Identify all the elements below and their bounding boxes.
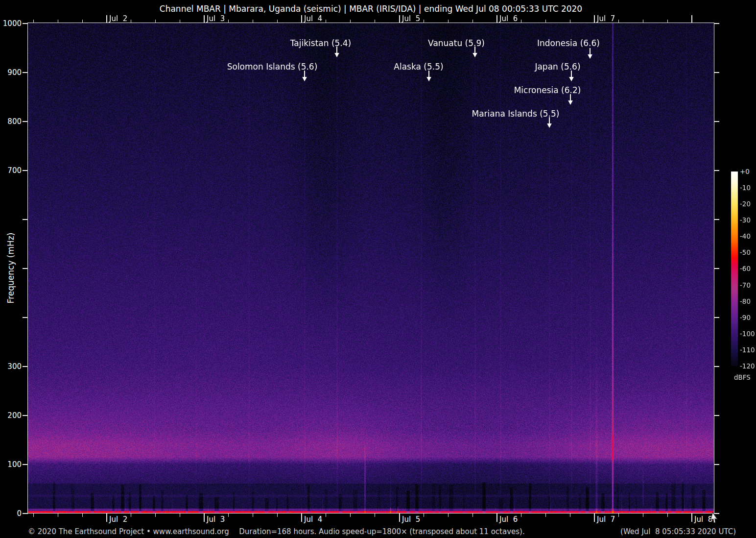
mouse-cursor-icon (709, 512, 721, 525)
x-tick (594, 15, 595, 23)
x-tick (106, 514, 107, 522)
x-tick-minor (521, 20, 521, 23)
x-tick-minor (277, 20, 278, 23)
x-tick (301, 15, 302, 23)
x-tick-minor (180, 20, 180, 23)
y-tick-label: 0 (0, 509, 22, 518)
event-annotation-label: Alaska (5.5) (394, 62, 443, 72)
y-tick (23, 366, 28, 367)
y-tick-label: 100 (0, 460, 22, 469)
down-arrow-icon (333, 47, 340, 58)
down-arrow-icon (546, 117, 553, 128)
x-tick-label-top: Jul 4 (304, 14, 322, 23)
x-tick-minor (180, 514, 180, 517)
x-tick (399, 514, 400, 522)
event-annotation-label: Micronesia (6.2) (514, 85, 581, 95)
y-tick (23, 415, 28, 416)
y-tick (714, 464, 719, 465)
figure-root: Channel MBAR | Mbarara, Uganda (seismic)… (0, 0, 756, 538)
x-tick-label-top: Jul 6 (499, 14, 518, 23)
y-tick (23, 72, 28, 73)
x-tick (399, 15, 400, 23)
x-tick (106, 15, 107, 23)
footer-duration: Duration=168 hours. Audio speed-up=1800×… (239, 527, 524, 536)
x-tick (691, 514, 692, 522)
x-tick-minor (33, 514, 34, 517)
x-tick-label-top: Jul 7 (597, 14, 615, 23)
x-tick-minor (33, 20, 34, 23)
colorbar (731, 171, 738, 366)
x-tick-label-bottom: Jul 4 (304, 515, 322, 524)
y-tick (23, 464, 28, 465)
x-tick-minor (570, 514, 570, 517)
x-tick-minor (545, 20, 546, 23)
y-tick (714, 268, 719, 269)
down-arrow-icon (567, 94, 574, 105)
x-tick-minor (326, 514, 326, 517)
page-title: Channel MBAR | Mbarara, Uganda (seismic)… (28, 4, 714, 14)
event-annotation-label: Indonesia (6.6) (537, 38, 600, 48)
y-tick (23, 317, 28, 318)
x-tick-minor (570, 20, 570, 23)
x-tick-label-bottom: Jul 2 (109, 515, 127, 524)
y-tick (23, 121, 28, 122)
y-tick-label: 700 (0, 166, 22, 175)
y-tick (23, 23, 28, 24)
down-arrow-icon (425, 71, 432, 82)
y-tick (23, 219, 28, 220)
x-tick-minor (350, 514, 351, 517)
x-tick-minor (228, 514, 229, 517)
x-tick-minor (228, 20, 229, 23)
x-tick-minor (618, 20, 619, 23)
colorbar-tick-label: -70 (740, 281, 751, 289)
colorbar-tick-label: -10 (740, 184, 751, 192)
colorbar-tick-label: -80 (740, 297, 751, 305)
x-tick-minor (667, 20, 668, 23)
x-tick-minor (253, 514, 253, 517)
event-annotation-label: Japan (5.6) (535, 62, 580, 72)
x-tick-label-bottom: Jul 5 (402, 515, 420, 524)
y-tick (714, 219, 719, 220)
colorbar-tick-label: -40 (740, 232, 751, 240)
down-arrow-icon (472, 47, 478, 58)
footer-timestamp: (Wed Jul 8 05:05:33 2020 UTC) (620, 527, 736, 536)
x-tick-minor (155, 514, 156, 517)
y-tick (23, 268, 28, 269)
x-tick-minor (472, 514, 473, 517)
x-tick-minor (667, 514, 668, 517)
x-tick-minor (375, 20, 375, 23)
x-tick-minor (545, 514, 546, 517)
y-tick (714, 121, 719, 122)
spectrogram-canvas (28, 23, 714, 514)
y-tick (714, 170, 719, 171)
colorbar-unit-label: dBFS (734, 373, 751, 381)
x-tick-minor (326, 20, 326, 23)
x-tick (691, 15, 692, 23)
x-tick (204, 514, 205, 522)
x-tick-minor (253, 20, 253, 23)
x-tick-label-top: Jul 5 (402, 14, 420, 23)
x-tick-minor (448, 514, 449, 517)
colorbar-tick-label: -100 (740, 330, 755, 338)
colorbar-tick-label: -30 (740, 216, 751, 224)
x-tick-label-top: Jul 2 (109, 14, 127, 23)
x-tick-minor (155, 20, 156, 23)
footer-copyright: © 2020 The Earthsound Project • www.eart… (28, 527, 229, 536)
x-tick-minor (131, 514, 131, 517)
frequency-axis-label: Frequency (mHz) (6, 233, 16, 304)
event-annotation-label: Solomon Islands (5.6) (227, 62, 318, 72)
x-tick-minor (82, 20, 83, 23)
x-tick-minor (277, 514, 278, 517)
colorbar-tick-label: -110 (740, 346, 755, 354)
y-tick (714, 415, 719, 416)
x-tick-minor (448, 20, 449, 23)
y-tick (23, 170, 28, 171)
x-tick-minor (643, 20, 643, 23)
colorbar-tick-label: -120 (740, 362, 755, 370)
x-tick-label-bottom: Jul 6 (499, 515, 518, 524)
colorbar-tick-label: -50 (740, 248, 751, 256)
colorbar-tick-label: -90 (740, 314, 751, 321)
x-tick-minor (424, 514, 424, 517)
x-tick (496, 514, 497, 522)
colorbar-tick-label: -20 (740, 200, 751, 208)
